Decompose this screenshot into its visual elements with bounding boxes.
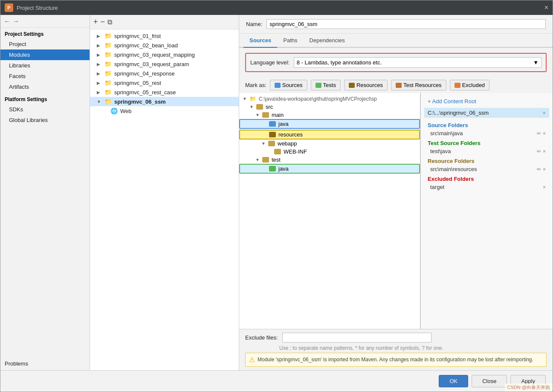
remove-icon[interactable]: × [543, 166, 546, 172]
tree-arrow: ▶ [97, 71, 101, 76]
tree-arrow: ▼ [249, 105, 254, 109]
remove-icon[interactable]: × [543, 131, 546, 136]
web-icon: 🌐 [110, 107, 118, 114]
resources-label: resources [278, 131, 303, 138]
tree-webapp-item[interactable]: ▼ webapp [239, 139, 420, 148]
add-content-root-button[interactable]: + Add Content Root [424, 96, 549, 106]
tree-arrow: ▶ [97, 90, 101, 95]
tree-root-item[interactable]: ▼ 📁 C:\java\idea-workspace\github\spring… [239, 95, 420, 103]
tree-resources-item[interactable]: resources [239, 130, 420, 139]
sidebar-item-artifacts[interactable]: Artifacts [0, 81, 90, 92]
tree-arrow: ▶ [97, 52, 101, 57]
root-folder-icon: 📁 [249, 96, 256, 102]
back-button[interactable]: ← [4, 17, 10, 25]
remove-module-button[interactable]: − [101, 17, 105, 26]
folder-icon: 📁 [104, 61, 112, 67]
main-content: ← → Project Settings Project Modules Lib… [0, 15, 553, 370]
tests-btn-label: Tests [323, 82, 336, 88]
mark-as-excluded-button[interactable]: Excluded [450, 80, 489, 90]
language-level-select[interactable]: 8 - Lambdas, type annotations etc. ▼ [294, 57, 541, 68]
sidebar-item-modules[interactable]: Modules [0, 49, 90, 60]
tree-item-springmvc05-case[interactable]: ▶ 📁 springmvc_05_rest_case [90, 87, 239, 97]
copy-module-button[interactable]: ⧉ [107, 18, 112, 26]
tree-test-java-item[interactable]: java [239, 164, 420, 174]
tree-item-springmvc02[interactable]: ▶ 📁 springmvc_02_bean_load [90, 41, 239, 50]
tree-webinf-item[interactable]: WEB-INF [239, 148, 420, 156]
warning-icon: ⚠ [249, 356, 255, 364]
tree-arrow: ▶ [97, 62, 101, 67]
tab-paths[interactable]: Paths [277, 34, 303, 48]
project-structure-dialog: P Project Structure × ← → Project Settin… [0, 0, 553, 392]
tab-sources[interactable]: Sources [243, 34, 277, 48]
tree-item-springmvc03-map[interactable]: ▶ 📁 springmvc_03_request_mapping [90, 50, 239, 59]
sidebar-item-facets[interactable]: Facets [0, 71, 90, 81]
exclude-files-input[interactable] [282, 333, 431, 343]
remove-icon[interactable]: × [543, 148, 546, 154]
content-root-close-icon[interactable]: × [542, 110, 546, 116]
sidebar-item-global-libraries[interactable]: Global Libraries [0, 115, 90, 125]
close-icon[interactable]: × [544, 4, 548, 12]
resource-folders-edit: ✏ × [537, 166, 546, 172]
title-bar: P Project Structure × [0, 0, 553, 15]
excluded-path-value: target [430, 184, 444, 190]
add-module-button[interactable]: + [93, 17, 98, 26]
tree-item-web[interactable]: 🌐 Web [90, 106, 239, 116]
mark-as-test-resources-button[interactable]: Test Resources [391, 80, 446, 90]
forward-button[interactable]: → [13, 17, 19, 25]
ok-button[interactable]: OK [439, 375, 468, 387]
tab-dependencies[interactable]: Dependencies [304, 34, 351, 48]
resource-folders-label: Resource Folders [424, 155, 549, 165]
left-panel: ← → Project Settings Project Modules Lib… [0, 15, 90, 370]
tree-item-springmvc04[interactable]: ▶ 📁 springmvc_04_response [90, 69, 239, 78]
test-resources-color-dot [396, 83, 402, 88]
folder-icon: 📁 [104, 42, 112, 49]
mark-as-sources-button[interactable]: Sources [270, 80, 307, 90]
split-area: ▼ 📁 C:\java\idea-workspace\github\spring… [239, 93, 553, 329]
edit-icon[interactable]: ✏ [537, 131, 541, 136]
close-button[interactable]: Close [472, 375, 507, 387]
remove-icon[interactable]: × [543, 184, 546, 190]
folder-icon: 📁 [104, 51, 112, 58]
edit-icon[interactable]: ✏ [537, 148, 541, 154]
tree-arrow: ▶ [97, 34, 101, 38]
mark-as-resources-button[interactable]: Resources [344, 80, 388, 90]
excluded-folders-path: target × [424, 183, 549, 191]
test-resources-btn-label: Test Resources [403, 82, 442, 88]
folder-icon: 📁 [104, 32, 112, 39]
module-name-input[interactable] [266, 19, 546, 29]
tree-label: springmvc_05_rest [114, 80, 161, 86]
folder-icon: 📁 [104, 70, 112, 77]
tree-src-item[interactable]: ▼ src [239, 103, 420, 111]
edit-icon[interactable]: ✏ [537, 166, 541, 172]
sidebar-item-problems[interactable]: Problems [0, 357, 90, 370]
warning-row: ⚠ Module 'springmvc_06_ssm' is imported … [245, 353, 547, 367]
sidebar-item-sdks[interactable]: SDKs [0, 104, 90, 115]
tabs-row: Sources Paths Dependencies [239, 34, 553, 48]
tree-label: Web [120, 108, 132, 114]
tree-main-item[interactable]: ▼ main [239, 111, 420, 119]
source-folders-label: Source Folders [424, 119, 549, 129]
tree-item-springmvc01[interactable]: ▶ 📁 springmvc_01_frist [90, 31, 239, 41]
tree-label: springmvc_02_bean_load [114, 42, 178, 49]
name-row: Name: [239, 15, 553, 34]
language-level-box: Language level: 8 - Lambdas, type annota… [245, 53, 547, 72]
right-panel: Name: Sources Paths Dependencies Languag… [239, 15, 553, 370]
tree-test-item[interactable]: ▼ test [239, 156, 420, 164]
sidebar-item-libraries[interactable]: Libraries [0, 60, 90, 71]
tree-item-springmvc03-param[interactable]: ▶ 📁 springmvc_03_request_param [90, 59, 239, 69]
test-source-edit: ✏ × [537, 148, 546, 154]
resource-folders-path: src\main\resources ✏ × [424, 165, 549, 173]
webapp-label: webapp [278, 140, 297, 147]
source-folders-edit: ✏ × [537, 131, 546, 136]
webinf-label: WEB-INF [284, 148, 307, 155]
content-root-item: C:\...\springmvc_06_ssm × [424, 108, 549, 118]
tree-item-springmvc05-rest[interactable]: ▶ 📁 springmvc_05_rest [90, 78, 239, 87]
test-source-value: test\java [430, 148, 451, 154]
tree-arrow: ▼ [261, 141, 266, 146]
test-java-folder-icon [269, 166, 276, 171]
sidebar-item-project[interactable]: Project [0, 39, 90, 49]
tree-java-item[interactable]: java [239, 119, 420, 129]
tree-item-springmvc06[interactable]: ▼ 📁 springmvc_06_ssm [90, 97, 239, 106]
mark-as-tests-button[interactable]: Tests [311, 80, 341, 90]
exclude-files-row: Exclude files: [245, 333, 547, 343]
